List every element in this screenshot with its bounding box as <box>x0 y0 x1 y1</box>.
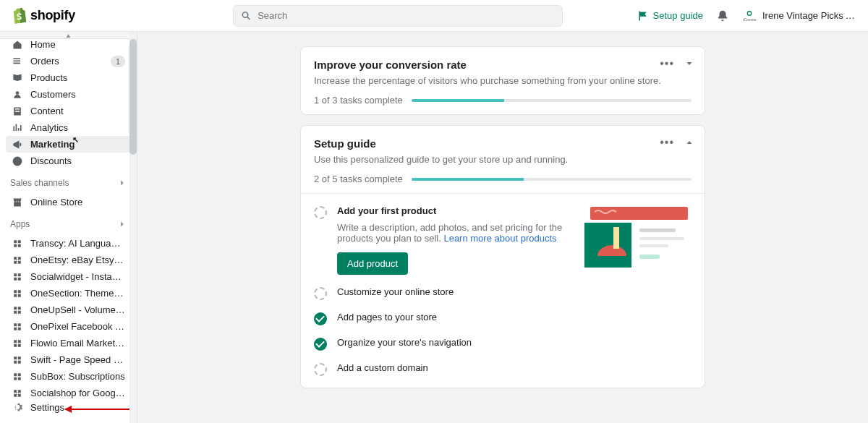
annotation-arrow <box>65 409 137 410</box>
sidebar-sales-head[interactable]: Sales channels <box>0 172 137 191</box>
sidebar-item-content[interactable]: Content <box>6 103 131 119</box>
task-title: Add a custom domain <box>337 362 692 373</box>
home-icon <box>12 39 23 51</box>
sidebar-app-item[interactable]: OneSection: Theme sect... <box>6 285 131 302</box>
apps-label: Apps <box>10 219 30 229</box>
sidebar-item-label: OneEtsy: eBay Etsy Inte... <box>30 255 125 265</box>
sidebar-item-label: Orders <box>30 56 103 67</box>
task-check-icon[interactable] <box>314 312 327 325</box>
svg-rect-5 <box>639 228 676 232</box>
sidebar-main-nav: HomeOrders1ProductsCustomersContentAnaly… <box>0 39 137 172</box>
svg-rect-7 <box>639 244 668 247</box>
search-icon <box>241 10 252 22</box>
app-icon <box>12 288 23 299</box>
sidebar: ▲ HomeOrders1ProductsCustomersContentAna… <box>0 32 137 423</box>
products-icon <box>12 72 23 84</box>
app-icon <box>12 371 23 383</box>
setup-guide-link[interactable]: Setup guide <box>637 10 703 22</box>
task-title: Add your first product <box>337 205 573 216</box>
sidebar-app-item[interactable]: OneEtsy: eBay Etsy Inte... <box>6 252 131 268</box>
sidebar-app-item[interactable]: Flowio Email Marketing,... <box>6 335 131 351</box>
sidebar-app-item[interactable]: SubBox: Subscriptions <box>6 368 131 385</box>
conversion-progress-bar <box>412 99 692 102</box>
sidebar-apps-nav: Transcy: AI Language Tr...OneEtsy: eBay … <box>0 232 137 404</box>
content-icon <box>12 106 23 117</box>
sidebar-item-orders[interactable]: Orders1 <box>6 53 131 69</box>
setup-progress-bar <box>412 178 692 181</box>
svg-rect-8 <box>639 255 660 259</box>
setup-task[interactable]: Customize your online store <box>301 281 705 306</box>
setup-task[interactable]: Add a custom domain <box>301 356 705 382</box>
sidebar-item-label: Flowio Email Marketing,... <box>30 338 125 349</box>
cursor-icon: ↖ <box>72 135 79 145</box>
store-name: Irene Vintage Picks Ad... <box>762 10 856 21</box>
setup-guide-card: ••• Setup guide Use this personalized gu… <box>300 125 705 388</box>
settings-label: Settings <box>30 402 64 413</box>
brand-logo[interactable]: shopify <box>12 7 135 25</box>
sidebar-item-label: Analytics <box>30 122 125 133</box>
sidebar-item-label: Socialwidget - Instagra... <box>30 271 125 282</box>
sidebar-item-customers[interactable]: Customers <box>6 86 131 103</box>
sidebar-scrollbar[interactable] <box>129 32 137 423</box>
sidebar-item-label: Transcy: AI Language Tr... <box>30 238 125 249</box>
task-check-icon[interactable] <box>314 287 327 300</box>
chevron-down-icon[interactable] <box>684 59 694 69</box>
sidebar-item-marketing[interactable]: Marketing↖ <box>6 136 131 153</box>
sidebar-item-label: Socialshop for Google S... <box>30 388 125 398</box>
sidebar-apps-head[interactable]: Apps <box>0 213 137 232</box>
topbar-right: Setup guide OneCommerce Irene Vintage Pi… <box>637 9 856 23</box>
task-check-icon[interactable] <box>314 206 327 219</box>
store-badge-icon: OneCommerce <box>742 9 757 23</box>
task-title: Organize your store's navigation <box>337 337 692 348</box>
conversion-subtitle: Increase the percentage of visitors who … <box>314 75 692 86</box>
sidebar-item-discounts[interactable]: Discounts <box>6 153 131 169</box>
notifications-icon[interactable] <box>716 9 729 22</box>
sidebar-badge: 1 <box>111 56 125 67</box>
sidebar-app-item[interactable]: Transcy: AI Language Tr... <box>6 235 131 252</box>
task-check-icon[interactable] <box>314 363 327 376</box>
search-box[interactable] <box>233 5 563 27</box>
analytics-icon <box>12 122 23 134</box>
sidebar-item-label: Swift - Page Speed Opti... <box>30 354 125 365</box>
task-learn-more-link[interactable]: Learn more about products <box>443 233 556 244</box>
store-switcher[interactable]: OneCommerce Irene Vintage Picks Ad... <box>742 9 856 23</box>
discounts-icon <box>12 155 23 167</box>
setup-task[interactable]: Add pages to your store <box>301 306 705 331</box>
search-input[interactable] <box>258 10 555 21</box>
sidebar-app-item[interactable]: OneUpSell - Volume Dis... <box>6 302 131 318</box>
customers-icon <box>12 89 23 101</box>
app-icon <box>12 255 23 266</box>
sidebar-app-item[interactable]: Socialwidget - Instagra... <box>6 268 131 285</box>
task-check-icon[interactable] <box>314 338 327 351</box>
sidebar-item-products[interactable]: Products <box>6 69 131 86</box>
app-icon <box>12 271 23 283</box>
setup-task[interactable]: Add your first productWrite a descriptio… <box>301 200 705 281</box>
sidebar-item-home[interactable]: Home <box>6 36 131 53</box>
card-menu-icon[interactable]: ••• <box>660 57 674 70</box>
sidebar-item-label: Products <box>30 72 125 83</box>
conversion-card: ••• Improve your conversion rate Increas… <box>300 46 705 115</box>
sidebar-item-label: Home <box>30 39 125 50</box>
setup-task[interactable]: Organize your store's navigation <box>301 331 705 356</box>
chevron-right-icon <box>118 220 127 228</box>
add-product-button[interactable]: Add product <box>337 252 408 275</box>
chevron-up-icon[interactable] <box>684 137 694 148</box>
sidebar-item-label: OnePixel Facebook Pixel... <box>30 321 125 332</box>
sidebar-item-label: Discounts <box>30 155 125 166</box>
app-icon <box>12 354 23 366</box>
task-description: Write a description, add photos, and set… <box>337 222 573 244</box>
setup-progress-text: 2 of 5 tasks complete <box>314 174 403 184</box>
main-content: ••• Improve your conversion rate Increas… <box>137 32 868 423</box>
sidebar-item-analytics[interactable]: Analytics <box>6 119 131 136</box>
sidebar-app-item[interactable]: Swift - Page Speed Opti... <box>6 351 131 368</box>
card-menu-icon[interactable]: ••• <box>660 136 674 149</box>
sidebar-item-label: Content <box>30 106 125 116</box>
shopify-bag-icon <box>12 7 27 25</box>
conversion-progress-text: 1 of 3 tasks complete <box>314 95 403 106</box>
gear-icon <box>12 401 23 413</box>
flag-icon <box>637 10 649 22</box>
sidebar-item-label: Customers <box>30 89 125 100</box>
sidebar-app-item[interactable]: OnePixel Facebook Pixel... <box>6 318 131 335</box>
sidebar-item-online-store[interactable]: Online Store <box>6 194 131 210</box>
conversion-title: Improve your conversion rate <box>314 59 692 71</box>
